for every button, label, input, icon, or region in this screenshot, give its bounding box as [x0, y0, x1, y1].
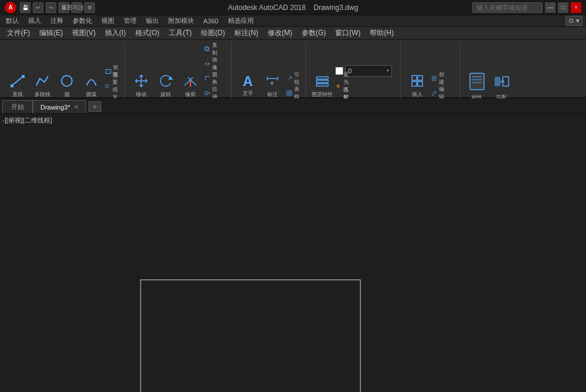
workspace-bar: 默认 插入 注释 参数化 视图 管理 输出 附加模块 A360 精选应用 ⊙ ▾ [0, 15, 586, 27]
svg-point-3 [62, 76, 72, 86]
svg-rect-38 [316, 80, 328, 83]
menu-params[interactable]: 参数(G) [297, 27, 331, 39]
tool-text-label: 文字 [243, 90, 253, 97]
arc-icon [84, 74, 98, 90]
svg-point-41 [338, 86, 339, 87]
layer-props-icon [315, 74, 329, 90]
svg-marker-15 [205, 63, 207, 65]
tool-rotate-label: 旋转 [161, 91, 171, 98]
workspace-tab-a360[interactable]: A360 [201, 18, 221, 25]
tool-line-label: 直线 [12, 91, 23, 98]
workspace-tab-output[interactable]: 输出 [144, 16, 161, 25]
tool-fillet[interactable]: 圆角 [203, 71, 220, 86]
dimension-icon: ◈ [265, 74, 280, 90]
tool-arc[interactable]: 圆弧 [80, 71, 103, 101]
menu-tools[interactable]: 工具(T) [164, 27, 196, 39]
customize-icon[interactable]: ⚙ [84, 2, 95, 13]
tool-layer-props[interactable]: 图层特性 [311, 71, 334, 101]
workspace-tab-default[interactable]: 默认 [4, 16, 21, 25]
search-input[interactable] [472, 2, 543, 13]
workspace-tab-addons[interactable]: 附加模块 [166, 16, 196, 25]
menu-modify[interactable]: 修改(M) [263, 27, 297, 39]
tab-drawing3[interactable]: Drawing3* ✕ [33, 100, 86, 113]
tool-text[interactable]: A 文字 [236, 71, 260, 101]
svg-text:◈: ◈ [270, 80, 274, 86]
svg-rect-13 [205, 47, 209, 50]
title-center: Autodesk AutoCAD 2018 Drawing3.dwg [228, 4, 358, 12]
menu-insert[interactable]: 插入(I) [100, 27, 130, 39]
tool-trim[interactable]: 修剪 [179, 71, 202, 101]
tool-layer-props-label: 图层特性 [312, 91, 333, 98]
workspace-select[interactable]: 草图与注释 ▾ [71, 2, 82, 13]
quick-access-save[interactable]: 💾 [20, 2, 30, 13]
main-canvas[interactable] [0, 114, 586, 392]
menu-edit[interactable]: 编辑(E) [35, 27, 67, 39]
move-icon [134, 74, 148, 90]
trim-icon [183, 74, 197, 90]
insert-block-icon [410, 74, 424, 90]
tool-circle[interactable]: 圆 [55, 71, 79, 101]
svg-rect-1 [11, 84, 13, 87]
tool-properties-panel[interactable]: 特性 [465, 71, 489, 102]
layer-dropdown[interactable]: 0 ▾ [345, 65, 392, 77]
tab-close-icon[interactable]: ✕ [74, 104, 79, 110]
workspace-tab-manage[interactable]: 管理 [121, 16, 139, 25]
tool-hatch[interactable]: 图案填充 [104, 79, 121, 93]
workspace-tab-featured[interactable]: 精选应用 [226, 16, 256, 25]
workspace-tab-insert[interactable]: 插入 [26, 16, 43, 25]
maximize-button[interactable]: □ [558, 2, 568, 13]
svg-marker-16 [208, 63, 210, 65]
svg-rect-39 [316, 84, 328, 86]
menu-format[interactable]: 格式(O) [131, 27, 164, 39]
tool-mirror[interactable]: 镜像 [203, 57, 220, 71]
workspace-dropdown[interactable]: ⊙ ▾ [565, 16, 582, 26]
title-bar-right: — □ × [472, 2, 581, 13]
workspace-tab-annotation[interactable]: 注释 [48, 16, 66, 25]
workspace-tab-parametric[interactable]: 参数化 [70, 16, 94, 25]
tool-polyline[interactable]: 多段线 [30, 71, 54, 101]
svg-marker-60 [502, 80, 505, 83]
autocad-logo: A [5, 2, 16, 13]
menu-file[interactable]: 文件(F) [2, 27, 35, 39]
tool-trim-label: 修剪 [185, 91, 196, 98]
svg-rect-47 [412, 81, 417, 86]
menu-window[interactable]: 窗口(W) [331, 27, 365, 39]
tab-bar: 开始 Drawing3* ✕ + [0, 98, 586, 114]
viewport-label: -][俯视][二维线框] [2, 116, 52, 125]
tool-create-block[interactable]: 创建 [430, 71, 447, 86]
svg-rect-2 [22, 75, 25, 78]
svg-rect-46 [418, 76, 423, 80]
minimize-button[interactable]: — [545, 2, 556, 13]
tool-copy[interactable]: 复制 [203, 42, 220, 56]
circle-icon [60, 74, 74, 90]
close-button[interactable]: × [571, 2, 581, 13]
polyline-icon [35, 74, 49, 90]
title-bar-icons: 💾 ↩ ↪ 🖨 草图与注释 ▾ ⚙ [20, 2, 95, 13]
rotate-icon [159, 74, 173, 90]
tool-insert-block[interactable]: 插入 [406, 71, 429, 101]
tool-move[interactable]: 移动 [130, 71, 153, 101]
quick-access-undo[interactable]: ↩ [33, 2, 43, 13]
ribbon: 直线 多段线 圆 [0, 40, 586, 98]
menu-view[interactable]: 视图(V) [67, 27, 100, 39]
tool-dimension-label: 标注 [267, 91, 278, 98]
tab-start[interactable]: 开始 [2, 100, 33, 113]
svg-rect-12 [206, 47, 209, 51]
annotation-extra: 引线 表格 [285, 71, 302, 100]
tool-leader[interactable]: 引线 [285, 71, 302, 86]
line-icon [11, 74, 25, 90]
tab-add-button[interactable]: + [88, 101, 101, 112]
block-extra: 创建 编辑 [430, 71, 447, 100]
menu-help[interactable]: 帮助(H) [365, 27, 398, 39]
menu-bar: 文件(F) 编辑(E) 视图(V) 插入(I) 格式(O) 工具(T) 绘图(D… [0, 27, 586, 40]
menu-draw[interactable]: 绘图(D) [196, 27, 230, 39]
tool-dimension[interactable]: ◈ 标注 [261, 71, 284, 101]
quick-access-redo[interactable]: ↪ [46, 2, 56, 13]
tool-line[interactable]: 直线 [6, 71, 29, 101]
tool-match-props[interactable]: 匹配 [490, 71, 513, 102]
tool-move-label: 移动 [136, 91, 146, 98]
workspace-tab-view[interactable]: 视图 [99, 16, 117, 25]
tool-rotate[interactable]: 旋转 [154, 71, 178, 101]
svg-rect-48 [418, 81, 423, 86]
menu-dimension[interactable]: 标注(N) [230, 27, 263, 39]
